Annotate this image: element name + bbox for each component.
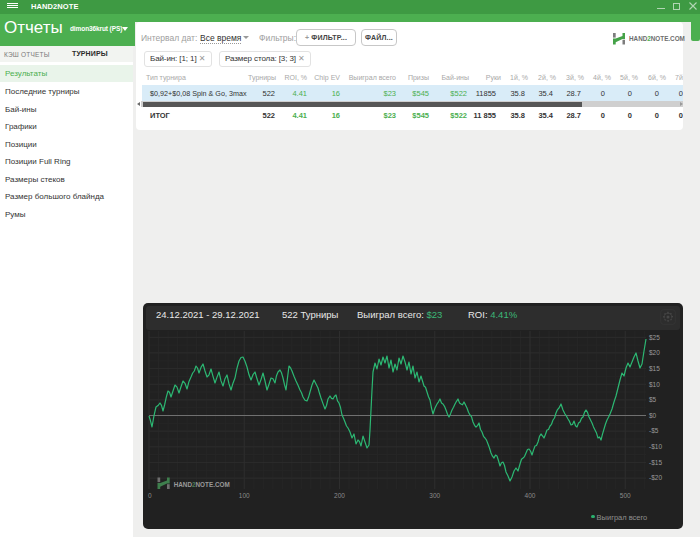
svg-text:400: 400 [525,492,536,499]
svg-text:0: 0 [148,492,152,499]
svg-text:$20: $20 [649,349,660,356]
svg-text:-$5: -$5 [649,427,659,434]
svg-text:$10: $10 [649,381,660,388]
svg-text:-$10: -$10 [649,443,662,450]
svg-text:100: 100 [239,492,250,499]
svg-text:500: 500 [620,492,631,499]
svg-text:-$20: -$20 [649,474,662,481]
svg-text:$0: $0 [649,412,657,419]
svg-text:300: 300 [429,492,440,499]
svg-text:$15: $15 [649,365,660,372]
svg-text:-$15: -$15 [649,459,662,466]
svg-text:$25: $25 [649,334,660,341]
svg-text:$5: $5 [649,396,657,403]
svg-text:HAND2NOTE.COM: HAND2NOTE.COM [174,481,230,488]
svg-text:200: 200 [334,492,345,499]
